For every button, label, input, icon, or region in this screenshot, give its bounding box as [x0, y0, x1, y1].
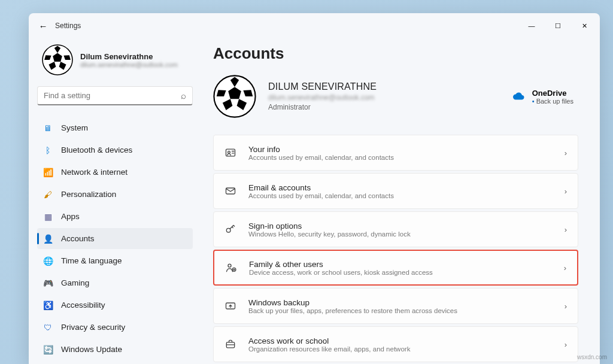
card-title: Family & other users	[249, 260, 552, 269]
sidebar-item-label: Privacy & security	[61, 323, 125, 332]
chevron-right-icon: ›	[564, 263, 566, 272]
content-pane: Accounts DILUM SENEVIRATHNE dilu	[201, 38, 600, 364]
maximize-button[interactable]: ☐	[545, 16, 571, 35]
sidebar-item-label: Network & internet	[61, 168, 128, 177]
nav-icon: ᛒ	[43, 145, 53, 155]
hero-text: DILUM SENEVIRATHNE dilum.senevirathne@ou…	[268, 81, 377, 111]
card-title: Windows backup	[248, 298, 553, 307]
titlebar: ← Settings — ☐ ✕	[29, 13, 600, 38]
sidebar: Dilum Senevirathne dilum.senevirathne@ou…	[29, 38, 201, 364]
soccer-icon	[213, 75, 256, 118]
chevron-right-icon: ›	[565, 302, 567, 311]
card-title: Email & accounts	[248, 183, 553, 192]
profile-email: dilum.senevirathne@outlook.com	[80, 61, 178, 68]
onedrive-tile[interactable]: OneDrive Back up files	[511, 89, 578, 105]
settings-window: ← Settings — ☐ ✕	[29, 13, 600, 364]
card-sign-in-options[interactable]: Sign-in options Windows Hello, security …	[213, 211, 578, 247]
sidebar-item-time-language[interactable]: 🌐Time & language	[37, 250, 193, 271]
main-body: Dilum Senevirathne dilum.senevirathne@ou…	[29, 38, 600, 364]
hero-email: dilum.senevirathne@outlook.com	[268, 93, 377, 102]
sidebar-item-label: Apps	[61, 212, 80, 221]
nav-icon: 📶	[43, 168, 53, 177]
nav-icon: 🔄	[43, 345, 53, 354]
nav-icon: 🎮	[43, 278, 53, 288]
key-icon	[224, 223, 236, 235]
chevron-right-icon: ›	[565, 340, 567, 349]
card-sub: Accounts used by email, calendar, and co…	[248, 154, 553, 161]
card-your-info[interactable]: Your info Accounts used by email, calend…	[213, 135, 578, 171]
sidebar-item-label: Windows Update	[61, 345, 122, 354]
profile-block[interactable]: Dilum Senevirathne dilum.senevirathne@ou…	[37, 38, 193, 86]
svg-point-20	[228, 264, 231, 267]
nav-icon: 🖥	[43, 123, 53, 133]
chevron-right-icon: ›	[565, 225, 567, 234]
watermark: wsxdn.com	[577, 354, 607, 360]
avatar	[42, 44, 73, 75]
sidebar-item-system[interactable]: 🖥System	[37, 117, 193, 138]
card-sub: Back up your files, apps, preferences to…	[248, 307, 553, 314]
avatar-large	[213, 75, 256, 118]
hero-role: Administrator	[268, 103, 377, 111]
sidebar-item-accessibility[interactable]: ♿Accessibility	[37, 295, 193, 316]
nav-icon: 🌐	[43, 256, 53, 266]
nav-icon: 🖌	[43, 190, 53, 199]
chevron-right-icon: ›	[565, 187, 567, 196]
card-sub: Organization resources like email, apps,…	[248, 345, 553, 353]
sidebar-item-label: Bluetooth & devices	[61, 145, 132, 154]
sidebar-item-label: Accessibility	[61, 301, 105, 310]
card-sub: Device access, work or school users, kio…	[249, 269, 552, 276]
mail-icon	[224, 185, 236, 197]
sidebar-item-label: Gaming	[61, 278, 89, 287]
nav-icon: ▦	[43, 212, 53, 222]
card-sub: Accounts used by email, calendar, and co…	[248, 192, 553, 199]
window-title: Settings	[55, 22, 81, 30]
sidebar-item-bluetooth-devices[interactable]: ᛒBluetooth & devices	[37, 139, 193, 160]
sidebar-item-network-internet[interactable]: 📶Network & internet	[37, 162, 193, 183]
svg-point-15	[228, 151, 230, 153]
card-title: Your info	[248, 145, 553, 154]
sidebar-item-accounts[interactable]: 👤Accounts	[37, 228, 193, 249]
nav-icon: ♿	[43, 301, 53, 310]
card-email-accounts[interactable]: Email & accounts Accounts used by email,…	[213, 173, 578, 209]
card-title: Access work or school	[248, 336, 553, 345]
window-controls: — ☐ ✕	[518, 16, 597, 35]
card-sub: Windows Hello, security key, password, d…	[248, 230, 553, 238]
nav-list: 🖥SystemᛒBluetooth & devices📶Network & in…	[37, 117, 193, 360]
settings-cards: Your info Accounts used by email, calend…	[213, 135, 578, 362]
card-title: Sign-in options	[248, 222, 553, 230]
search-input[interactable]	[44, 91, 181, 100]
close-button[interactable]: ✕	[571, 16, 597, 35]
back-button[interactable]: ←	[31, 13, 55, 38]
profile-name: Dilum Senevirathne	[80, 52, 178, 61]
sidebar-item-label: System	[61, 123, 88, 132]
sidebar-item-windows-update[interactable]: 🔄Windows Update	[37, 339, 193, 360]
nav-icon: 👤	[43, 234, 53, 244]
account-hero: DILUM SENEVIRATHNE dilum.senevirathne@ou…	[213, 75, 578, 118]
people-add-icon	[225, 262, 237, 274]
sidebar-item-privacy-security[interactable]: 🛡Privacy & security	[37, 317, 193, 338]
onedrive-sub: Back up files	[532, 98, 573, 105]
card-family-other-users[interactable]: Family & other users Device access, work…	[213, 250, 578, 286]
sidebar-item-label: Personalization	[61, 190, 116, 199]
person-card-icon	[224, 147, 236, 159]
minimize-button[interactable]: —	[518, 16, 545, 35]
soccer-icon	[42, 44, 73, 75]
card-access-work-school[interactable]: Access work or school Organization resou…	[213, 326, 578, 362]
nav-icon: 🛡	[43, 323, 53, 332]
backup-icon	[224, 300, 236, 312]
sidebar-item-label: Time & language	[61, 256, 122, 265]
sidebar-item-label: Accounts	[61, 234, 95, 243]
search-icon: ⌕	[181, 90, 186, 101]
chevron-right-icon: ›	[565, 148, 567, 157]
hero-name: DILUM SENEVIRATHNE	[268, 81, 377, 92]
sidebar-item-apps[interactable]: ▦Apps	[37, 206, 193, 227]
sidebar-item-personalization[interactable]: 🖌Personalization	[37, 184, 193, 205]
svg-rect-18	[226, 188, 235, 194]
search-box[interactable]: ⌕	[37, 86, 193, 105]
card-windows-backup[interactable]: Windows backup Back up your files, apps,…	[213, 288, 578, 324]
page-title: Accounts	[213, 44, 578, 63]
onedrive-title: OneDrive	[532, 89, 573, 98]
briefcase-icon	[224, 338, 236, 350]
sidebar-item-gaming[interactable]: 🎮Gaming	[37, 272, 193, 293]
cloud-icon	[511, 91, 525, 102]
